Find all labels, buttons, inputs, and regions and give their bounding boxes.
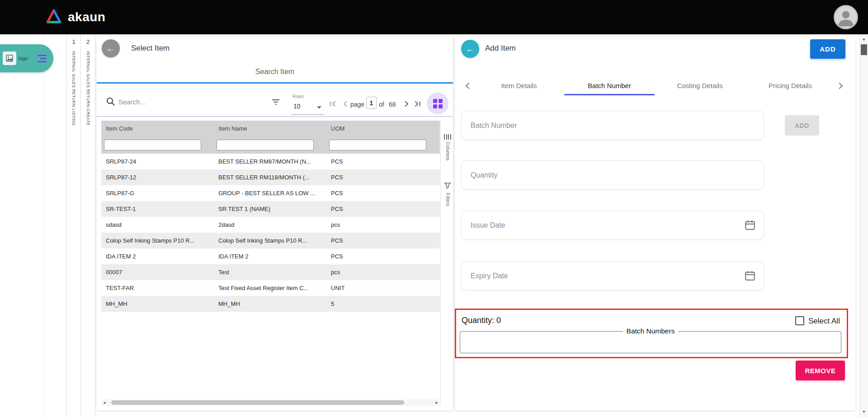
batch-numbers-fieldset: Batch Numbers — [460, 327, 841, 353]
table-row[interactable]: IDA ITEM 2IDA ITEM 2PCS — [101, 248, 440, 264]
quantity-field[interactable]: Quantity — [461, 160, 764, 190]
table-cell: SR TEST 1 (NAME) — [214, 201, 326, 217]
tabs-scroll-left-button[interactable] — [463, 80, 475, 92]
table-row[interactable]: SR-TEST-1SR TEST 1 (NAME)PCS — [101, 201, 440, 217]
filter-input-item-code[interactable] — [104, 140, 201, 150]
back-button[interactable]: ← — [102, 39, 120, 57]
column-header-item-code[interactable]: Item Code — [101, 121, 214, 136]
table-cell: 00007 — [101, 264, 214, 280]
tabs-scroll-right-button[interactable] — [834, 80, 845, 92]
table-row[interactable]: SRLP87-24BEST SELLER RM87/MONTH (N...PCS — [101, 154, 440, 169]
tab-indicator — [97, 82, 453, 84]
tab-search-item[interactable]: Search Item — [97, 68, 453, 76]
menu-toggle-icon[interactable] — [38, 55, 47, 62]
table-row[interactable]: TEST-FARTest Fixed Asset Register Item C… — [101, 280, 440, 296]
module-tab-create[interactable]: 2 INTERNAL SALES RETURN CREATE — [81, 34, 95, 417]
table-row[interactable]: sdasd2dasdpcs — [101, 217, 440, 233]
filters-button[interactable]: Filters — [442, 182, 453, 206]
batch-number-field[interactable]: Batch Number — [461, 111, 764, 140]
chevron-left-icon — [466, 83, 472, 89]
rows-select-underline — [291, 114, 325, 115]
column-header-uom[interactable]: UOM — [326, 121, 440, 136]
column-header-item-name[interactable]: Item Name — [214, 121, 326, 136]
issue-date-field[interactable]: Issue Date — [461, 211, 764, 240]
filters-label: Filters — [445, 193, 450, 206]
tab-item-details[interactable]: Item Details — [474, 76, 564, 95]
remove-button[interactable]: REMOVE — [796, 361, 845, 380]
table-row[interactable]: 00007Testpcs — [101, 264, 440, 280]
filter-list-icon[interactable] — [270, 97, 281, 109]
table-cell: Test — [214, 264, 326, 280]
expiry-date-field[interactable]: Expiry Date — [461, 261, 764, 290]
broken-image-icon — [3, 52, 16, 65]
first-page-button[interactable] — [328, 99, 338, 109]
table-row[interactable]: SRLP87-GGROUP - BEST SELLER AS LOW ...PC… — [101, 185, 440, 201]
table-cell: PCS — [326, 233, 440, 248]
prev-page-button[interactable] — [340, 99, 350, 109]
table-cell: 5 — [326, 296, 440, 312]
table-cell: Colop Self Inking Stamps P10 R... — [214, 233, 326, 248]
table-cell: PCS — [326, 169, 440, 185]
calendar-icon[interactable] — [744, 270, 756, 281]
view-grid-button[interactable] — [427, 93, 448, 114]
table-cell: BEST SELLER RM87/MONTH (N... — [214, 154, 326, 169]
table-filter-row — [101, 136, 440, 154]
table-row[interactable]: SRLP87-12BEST SELLER RM118/MONTH (...PCS — [101, 169, 440, 185]
add-item-button[interactable]: ADD — [810, 39, 845, 59]
scrollbar-thumb[interactable] — [111, 400, 404, 405]
rows-per-page-select[interactable]: 10 — [293, 103, 301, 110]
grid-icon — [433, 99, 443, 108]
panel-title: Add Item — [485, 44, 516, 53]
table-cell: BEST SELLER RM118/MONTH (... — [214, 169, 326, 185]
scroll-left-icon[interactable]: ◄ — [101, 401, 108, 405]
chevron-right-icon — [836, 83, 843, 89]
horizontal-scrollbar[interactable]: ◄ ► — [101, 399, 440, 406]
sidebar-logo-toggle[interactable]: logo — [0, 44, 53, 72]
brand-logo[interactable]: akaun — [45, 0, 105, 34]
select-all-checkbox[interactable] — [795, 316, 804, 325]
current-page-input[interactable]: 1 — [366, 97, 377, 109]
columns-button[interactable]: Columns — [442, 134, 453, 161]
filter-input-item-name[interactable] — [217, 140, 314, 150]
akaun-logo-icon — [45, 9, 62, 26]
tab-batch-number[interactable]: Batch Number — [564, 76, 655, 95]
table-cell: SRLP87-12 — [101, 169, 214, 185]
item-table: Item Code Item Name UOM SRLP87-24BEST SE… — [101, 121, 440, 312]
module-tab-listing[interactable]: 1 INTERNAL SALES RETURN LISTING — [67, 34, 81, 417]
calendar-icon[interactable] — [744, 219, 756, 231]
scroll-down-icon[interactable]: ▼ — [860, 408, 868, 416]
add-batch-button[interactable]: ADD — [785, 115, 819, 136]
select-item-panel: ← Select Item Search Item Rows 10 page 1… — [97, 37, 453, 410]
chevron-down-icon[interactable] — [317, 106, 321, 109]
scroll-right-icon[interactable]: ► — [434, 401, 440, 405]
brand-name: akaun — [68, 10, 105, 24]
table-cell: Test Fixed Asset Register Item C... — [214, 280, 326, 296]
scrollbar-track[interactable] — [108, 399, 434, 406]
tab-pricing-details[interactable]: Pricing Details — [745, 76, 835, 95]
table-header-row: Item Code Item Name UOM — [101, 121, 440, 136]
table-row[interactable]: Colop Self Inking Stamps P10 R...Colop S… — [101, 233, 440, 248]
tab-costing-details[interactable]: Costing Details — [655, 76, 745, 95]
table-cell: PCS — [326, 201, 440, 217]
scrollbar-thumb[interactable] — [861, 44, 867, 55]
vertical-scrollbar[interactable]: ▲ ▼ — [859, 34, 868, 417]
search-input[interactable] — [118, 95, 268, 108]
back-button[interactable]: ← — [461, 40, 479, 58]
next-page-button[interactable] — [401, 99, 411, 109]
module-tab-label: INTERNAL SALES RETURN LISTING — [71, 51, 76, 126]
table-row[interactable]: MH_MHMH_MH5 — [101, 296, 440, 312]
table-cell: TEST-FAR — [101, 280, 214, 296]
sidebar — [0, 34, 43, 417]
table-cell: IDA ITEM 2 — [101, 248, 214, 264]
module-tab-label: INTERNAL SALES RETURN CREATE — [86, 51, 90, 126]
arrow-back-icon: ← — [106, 43, 115, 54]
user-avatar[interactable] — [834, 5, 858, 29]
select-all-label[interactable]: Select All — [808, 317, 840, 326]
batch-numbers-legend: Batch Numbers — [623, 327, 679, 335]
scroll-up-icon[interactable]: ▲ — [860, 35, 868, 43]
last-page-button[interactable] — [413, 99, 423, 109]
filter-input-uom[interactable] — [329, 140, 426, 150]
table-cell: UNIT — [326, 280, 440, 296]
table-cell: SRLP87-G — [101, 185, 214, 201]
add-item-panel: ← Add Item ADD Item Details Batch Number… — [455, 37, 855, 410]
